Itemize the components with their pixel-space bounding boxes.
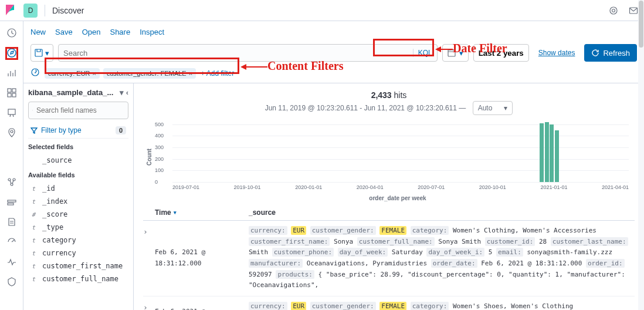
svg-rect-14 [8, 200, 16, 202]
fields-sidebar: kibana_sample_data_... ▾ ‹ Filter by typ… [23, 83, 134, 310]
svg-rect-15 [8, 203, 13, 205]
field-type-icon: t [29, 237, 38, 244]
field-item[interactable]: tcurrency [28, 247, 128, 260]
show-dates-link[interactable]: Show dates [538, 49, 575, 57]
annotation-box [5, 47, 18, 60]
cell-time: Feb 6, 2021 @ 18:22:34.000 [155, 301, 249, 310]
nav-apm-icon[interactable] [5, 235, 19, 249]
col-source[interactable]: _source [249, 208, 635, 217]
svg-point-19 [32, 110, 33, 111]
mail-icon[interactable] [628, 5, 639, 16]
svg-point-0 [610, 7, 617, 14]
expand-toggle[interactable]: › [143, 301, 155, 310]
index-pattern-selector[interactable]: kibana_sample_data_... ▾ ‹ [28, 88, 128, 97]
inspect-link[interactable]: Inspect [140, 28, 164, 36]
table-row[interactable]: ›Feb 6, 2021 @ 18:31:12.000currency: EUR… [143, 221, 635, 296]
annotation-box [45, 58, 239, 74]
nav-metrics-icon[interactable] [5, 195, 19, 209]
field-item[interactable]: _source [28, 154, 128, 167]
search-input[interactable] [63, 49, 409, 58]
sort-desc-icon: ▾ [174, 210, 177, 215]
svg-rect-8 [12, 93, 16, 97]
cell-source: currency: EUR customer_gender: FEMALE ca… [249, 225, 635, 291]
action-toolbar: New Save Open Share Inspect [23, 21, 644, 42]
available-fields-title: Available fields [28, 171, 128, 178]
field-item[interactable]: tcategory [28, 234, 128, 247]
scrollbar[interactable] [638, 0, 644, 310]
field-item[interactable]: #_score [28, 208, 128, 221]
nav-ml-icon[interactable] [5, 175, 19, 189]
nav-uptime-icon[interactable] [5, 255, 19, 269]
newsfeed-icon[interactable] [608, 5, 619, 16]
interval-select[interactable]: Auto▾ [473, 101, 513, 115]
filter-count-badge: 0 [116, 126, 126, 134]
divider [45, 5, 45, 16]
expand-toggle[interactable]: › [143, 225, 155, 291]
app-title: Discover [52, 6, 84, 15]
field-type-icon: t [29, 224, 38, 231]
nav-visualize-icon[interactable] [5, 66, 19, 80]
refresh-button[interactable]: Refresh [584, 44, 637, 62]
field-item[interactable]: tcustomer_full_name [28, 272, 128, 285]
annotation-box [373, 39, 434, 56]
filter-by-type[interactable]: Filter by type 0 [28, 123, 128, 139]
svg-rect-5 [8, 89, 11, 92]
field-type-icon: # [29, 211, 38, 218]
field-type-icon: t [29, 186, 38, 192]
field-item[interactable]: t_type [28, 221, 128, 234]
svg-point-10 [11, 130, 13, 133]
field-item[interactable]: t_id [28, 182, 128, 195]
svg-rect-7 [8, 93, 11, 97]
field-item[interactable]: tcustomer_first_name [28, 260, 128, 272]
nav-dashboard-icon[interactable] [5, 86, 19, 100]
field-type-icon: t [29, 250, 38, 257]
nav-maps-icon[interactable] [5, 126, 19, 140]
chevron-down-icon: ▾ [45, 49, 49, 58]
table-header: Time ▾ _source [143, 205, 635, 221]
nav-logs-icon[interactable] [5, 215, 19, 229]
field-type-icon: t [29, 276, 38, 282]
nav-canvas-icon[interactable] [5, 106, 19, 120]
svg-rect-9 [8, 109, 15, 114]
cell-time: Feb 6, 2021 @ 18:31:12.000 [155, 225, 249, 291]
nav-recent-icon[interactable] [5, 26, 19, 40]
collapse-icon[interactable]: ‹ [126, 88, 128, 97]
nav-rail [0, 21, 23, 310]
field-item[interactable]: t_index [28, 195, 128, 208]
save-link[interactable]: Save [55, 28, 73, 36]
chart-timerange: Jun 11, 2019 @ 10:23:20.611 - Jun 11, 20… [143, 101, 635, 115]
svg-rect-16 [35, 49, 42, 56]
cell-source: currency: EUR customer_gender: FEMALE ca… [249, 301, 635, 310]
table-row[interactable]: ›Feb 6, 2021 @ 18:22:34.000currency: EUR… [143, 296, 635, 310]
col-time[interactable]: Time ▾ [155, 208, 249, 217]
new-link[interactable]: New [30, 28, 46, 36]
open-link[interactable]: Open [82, 28, 101, 36]
space-badge[interactable]: D [23, 4, 38, 18]
annotation-date-filter: Date Filter [453, 42, 507, 55]
kibana-logo-icon[interactable] [5, 5, 16, 16]
field-type-icon: t [29, 198, 38, 205]
chart-x-label: order_date per week [143, 195, 635, 205]
nav-siem-icon[interactable] [5, 275, 19, 289]
share-link[interactable]: Share [110, 28, 130, 36]
histogram-chart[interactable]: Count 01002003004005002019-07-012019-10-… [143, 119, 635, 195]
field-search[interactable] [28, 102, 128, 119]
field-type-icon: t [29, 263, 38, 269]
annotation-content-filters: Content Filters [267, 59, 343, 73]
field-search-input[interactable] [36, 106, 124, 114]
filter-settings-icon[interactable] [30, 68, 40, 79]
svg-rect-6 [12, 89, 16, 92]
scroll-thumb[interactable] [639, 1, 643, 48]
hits-count: 2,433 hits [143, 88, 635, 101]
selected-fields-title: Selected fields [28, 143, 128, 150]
svg-point-1 [612, 9, 615, 12]
chart-y-label: Count [146, 149, 152, 166]
